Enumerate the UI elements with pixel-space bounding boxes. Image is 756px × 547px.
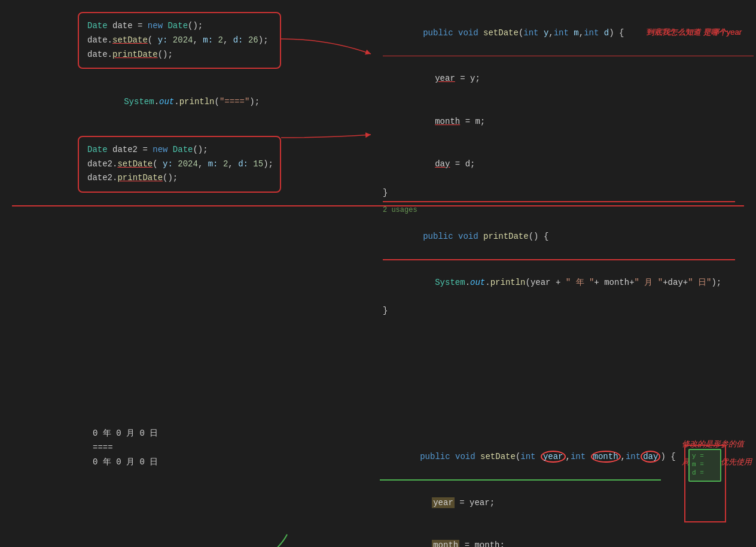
diagram-box-red: y = m = d = — [684, 445, 726, 522]
code-line: } — [383, 186, 754, 200]
code-line: month = m; — [383, 101, 754, 143]
separator-line: System.out.println("===="); — [84, 81, 281, 123]
code-line: Date date = new Date(); — [87, 19, 272, 34]
top-section: Date date = new Date(); date.setDate( y:… — [12, 6, 744, 200]
top-left-block1: Date date = new Date(); date.setDate( y:… — [78, 12, 281, 69]
code-line: date.setDate( y: 2024, m: 2, d: 26); — [87, 34, 272, 48]
right-class-date: public class Date { 1 usage public int y… — [401, 534, 536, 547]
code-line: date.printDate(); — [87, 48, 272, 62]
code-line: Date date2 = new Date(); — [87, 143, 272, 157]
bottom-section: 0 年 0 月 0 日 ==== 0 年 0 月 0 日 public void… — [12, 211, 744, 547]
code-line: public void setDate(int year,int month,i… — [380, 436, 676, 478]
output-line: 0 年 0 月 0 日 — [93, 455, 158, 470]
annotation-year-text: 到底我怎么知道 是哪个year — [647, 27, 742, 38]
output-line: 0 年 0 月 0 日 — [93, 427, 158, 441]
code-line: day = d; — [383, 143, 754, 186]
code-line: year = y; — [383, 57, 754, 100]
top-left-block2: Date date2 = new Date(); date2.setDate( … — [78, 136, 281, 193]
output-line: ==== — [93, 441, 158, 455]
output-block: 0 年 0 月 0 日 ==== 0 年 0 月 0 日 — [93, 427, 158, 469]
code-line: date2.printDate(); — [87, 171, 272, 186]
page-wrapper: Date date = new Date(); date.setDate( y:… — [0, 0, 756, 547]
code-line: year = year; — [380, 482, 676, 524]
code-line: public class Date { — [401, 534, 536, 547]
right-setdate-circled: public void setDate(int year,int month,i… — [380, 436, 676, 547]
code-line: date2.setDate( y: 2024, m: 2, d: 15); — [87, 157, 272, 172]
